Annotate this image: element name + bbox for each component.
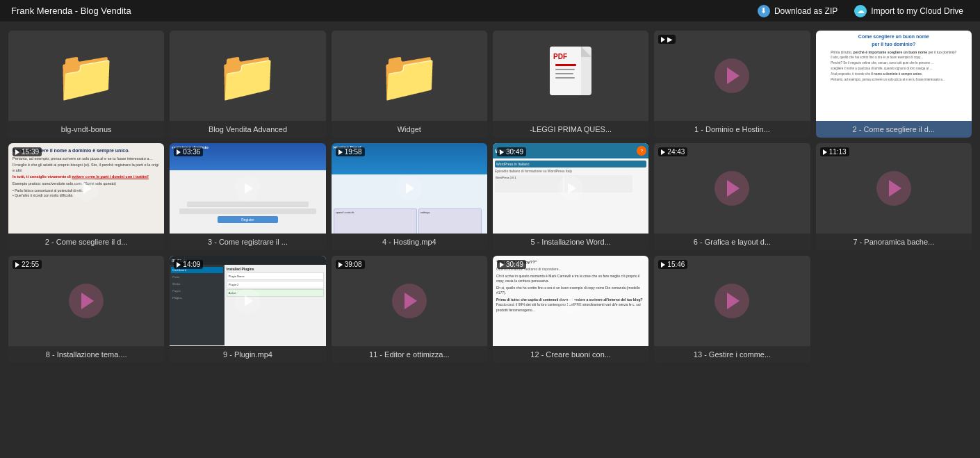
top-bar-actions: ⬇ Download as ZIP ☁ Import to my Cloud D…: [752, 2, 969, 20]
time-badge: ▶: [658, 35, 676, 44]
card-come-registrare[interactable]: registrare dominio Register 03:36 3 - Co…: [170, 143, 325, 250]
svg-rect-5: [555, 73, 573, 74]
folder-icon: 📁: [216, 51, 279, 101]
card-label: 2 - Come scegliere il d...: [8, 234, 164, 250]
card-blog-vendita-advanced[interactable]: 📁 Blog Vendita Advanced: [170, 31, 325, 138]
svg-rect-6: [555, 77, 575, 79]
play-overlay: [558, 176, 583, 201]
time-badge-19-58: 19:58: [336, 147, 365, 156]
cloud-icon: ☁: [854, 5, 867, 17]
time-badge-24-43: 24:43: [658, 147, 687, 156]
top-bar: Frank Merenda - Blog Vendita ⬇ Download …: [0, 0, 980, 22]
time-value: 14:09: [183, 261, 200, 268]
video-thumb: Hosting Panel cpanel controls settings 1…: [332, 143, 487, 234]
card-come-scegliere-video[interactable]: Come scegliere il nome a dominio è sempr…: [8, 143, 164, 250]
card-editor-ottimizza[interactable]: 39:08 11 - Editor e ottimizza...: [332, 256, 487, 363]
time-badge-39-08: 39:08: [336, 260, 365, 269]
card-label: -LEGGI PRIMA QUES...: [493, 121, 648, 138]
card-label: Blog Vendita Advanced: [170, 121, 325, 138]
play-overlay: [235, 176, 260, 201]
placeholder-thumb: 39:08: [332, 256, 487, 346]
card-hosting[interactable]: Hosting Panel cpanel controls settings 1…: [332, 143, 487, 250]
video-thumb: ⊞ Plugin Dashboard Posts Media Pages Plu…: [170, 256, 325, 346]
play-button: [876, 171, 911, 206]
card-widget[interactable]: 📁 Widget: [332, 31, 487, 138]
download-icon: ⬇: [758, 5, 770, 17]
video-thumb: "Ma cos'è il copy??" Ottima domanda! Ved…: [493, 256, 648, 346]
card-dominio-hosting[interactable]: ▶ 1 - Dominio e Hostin...: [654, 31, 810, 138]
card-plugin[interactable]: ⊞ Plugin Dashboard Posts Media Pages Plu…: [170, 256, 325, 363]
play-overlay: [397, 176, 422, 201]
card-label: 12 - Creare buoni con...: [493, 346, 648, 363]
card-label: 6 - Grafica e layout d...: [654, 234, 810, 250]
card-label: 5 - Installazione Word...: [493, 234, 648, 250]
placeholder-thumb: 22:55: [8, 256, 164, 346]
play-button: [714, 284, 749, 318]
play-button: [69, 284, 104, 318]
time-value: 15:46: [667, 261, 685, 268]
cloud-drive-label: Import to my Cloud Drive: [871, 6, 963, 16]
placeholder-thumb: 15:46: [654, 256, 810, 346]
card-leggi-prima[interactable]: PDF -LEGGI PRIMA QUES...: [493, 31, 648, 138]
card-panoramica-bacheca[interactable]: 11:13 7 - Panoramica bache...: [816, 143, 972, 250]
placeholder-thumb: 11:13: [816, 143, 972, 234]
download-zip-label: Download as ZIP: [774, 6, 838, 16]
card-installazione-wordpress[interactable]: W WordPress ? WordPress in Italiano Epis…: [493, 143, 648, 250]
play-button: [392, 284, 427, 318]
svg-rect-3: [555, 64, 576, 66]
doc-thumb: Come scegliere un buon nomeper il tuo do…: [816, 31, 972, 121]
card-come-scegliere-doc[interactable]: Come scegliere un buon nomeper il tuo do…: [816, 31, 972, 138]
time-badge-14-09: 14:09: [174, 260, 203, 269]
time-value: 39:08: [345, 261, 362, 268]
time-badge-15-39: 15:39: [13, 147, 42, 156]
card-blg-vndt-bonus[interactable]: 📁 blg-vndt-bonus: [8, 31, 164, 138]
pdf-icon: PDF: [550, 47, 591, 106]
card-label: 4 - Hosting.mp4: [332, 234, 487, 250]
play-overlay: [558, 288, 583, 313]
card-installazione-tema[interactable]: 22:55 8 - Installazione tema....: [8, 256, 164, 363]
card-label: blg-vndt-bonus: [8, 121, 164, 138]
pdf-thumb: PDF: [493, 31, 648, 121]
time-badge-11-13: 11:13: [820, 147, 849, 156]
time-value: 30:49: [506, 148, 523, 156]
time-value: 15:39: [22, 148, 39, 156]
card-creare-buoni-contenuti[interactable]: "Ma cos'è il copy??" Ottima domanda! Ved…: [493, 256, 648, 363]
time-value: 30:49: [506, 261, 523, 268]
folder-icon: 📁: [55, 51, 117, 101]
play-button: [714, 58, 749, 93]
download-zip-button[interactable]: ⬇ Download as ZIP: [752, 2, 843, 20]
card-gestire-commenti[interactable]: 15:46 13 - Gestire i comme...: [654, 256, 810, 363]
folder-thumb: 📁: [170, 31, 325, 121]
video-thumb: Come scegliere il nome a dominio è sempr…: [8, 143, 164, 234]
app-title: Frank Merenda - Blog Vendita: [11, 6, 131, 16]
card-label: 1 - Dominio e Hostin...: [654, 121, 810, 138]
folder-thumb: 📁: [8, 31, 164, 121]
time-badge-03-36: 03:36: [174, 147, 203, 156]
card-label: 8 - Installazione tema....: [8, 346, 164, 363]
card-label: 3 - Come registrare il ...: [170, 234, 325, 250]
time-value: 24:43: [667, 148, 685, 156]
placeholder-thumb: 24:43: [654, 143, 810, 234]
folder-thumb: 📁: [332, 31, 487, 121]
card-label: 7 - Panoramica bache...: [816, 234, 972, 250]
time-value: 22:55: [22, 261, 39, 268]
time-badge-30-49b: 30:49: [497, 260, 526, 269]
card-grafica-layout[interactable]: 24:43 6 - Grafica e layout d...: [654, 143, 810, 250]
video-thumb: W WordPress ? WordPress in Italiano Epis…: [493, 143, 648, 234]
video-thumb: registrare dominio Register 03:36: [170, 143, 325, 234]
play-overlay: [235, 288, 260, 313]
play-button: [714, 171, 749, 206]
card-label: Widget: [332, 121, 487, 138]
card-label: 11 - Editor e ottimizza...: [332, 346, 487, 363]
time-badge-22-55: 22:55: [13, 260, 42, 269]
time-value: 11:13: [829, 148, 847, 156]
card-label: 13 - Gestire i comme...: [654, 346, 810, 363]
card-label: 9 - Plugin.mp4: [170, 346, 325, 363]
cloud-drive-button[interactable]: ☁ Import to my Cloud Drive: [849, 2, 969, 20]
placeholder-thumb: ▶: [654, 31, 810, 121]
folder-icon: 📁: [378, 51, 441, 101]
time-badge-30-49: 30:49: [497, 147, 526, 156]
file-grid: 📁 blg-vndt-bonus 📁 Blog Vendita Advanced…: [0, 22, 980, 371]
svg-rect-4: [555, 69, 575, 70]
time-value: 19:58: [345, 148, 362, 156]
